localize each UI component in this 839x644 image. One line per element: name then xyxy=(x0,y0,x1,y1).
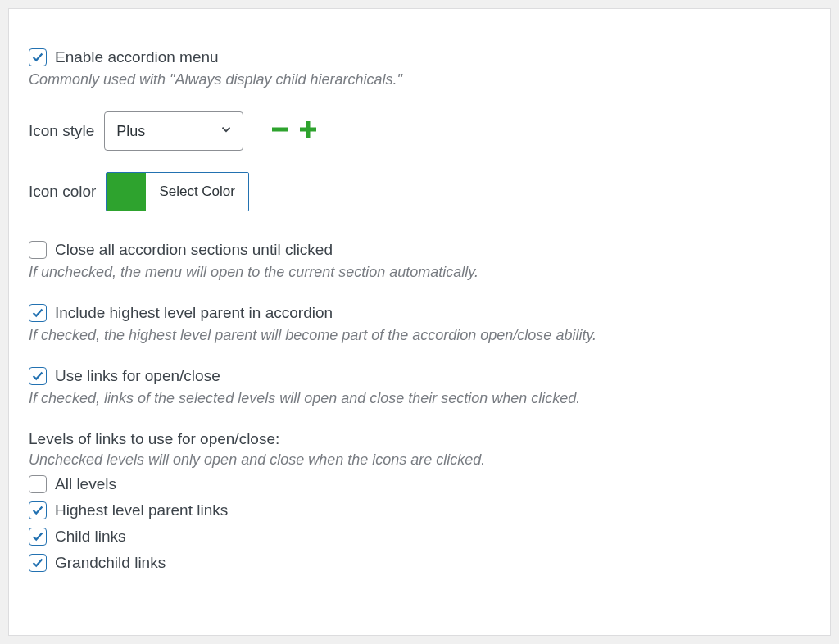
level-highest-checkbox[interactable] xyxy=(29,501,47,519)
enable-accordion-row: Enable accordion menu xyxy=(29,48,810,66)
level-all-checkbox[interactable] xyxy=(29,475,47,493)
enable-accordion-checkbox[interactable] xyxy=(29,48,47,66)
level-child-row: Child links xyxy=(29,528,810,546)
enable-accordion-label[interactable]: Enable accordion menu xyxy=(55,48,219,66)
minus-icon xyxy=(268,117,293,146)
include-parent-row: Include highest level parent in accordio… xyxy=(29,304,810,322)
level-all-label[interactable]: All levels xyxy=(55,475,116,493)
icon-color-row: Icon color Select Color xyxy=(29,172,810,211)
close-all-row: Close all accordion sections until click… xyxy=(29,241,810,259)
svg-rect-0 xyxy=(272,127,288,131)
plus-icon xyxy=(296,117,320,146)
level-grandchild-label[interactable]: Grandchild links xyxy=(55,554,166,572)
levels-heading: Levels of links to use for open/close: xyxy=(29,430,810,448)
check-icon xyxy=(30,369,45,383)
icon-color-label: Icon color xyxy=(29,183,96,201)
icon-style-preview xyxy=(268,117,320,146)
close-all-checkbox[interactable] xyxy=(29,241,47,259)
use-links-row: Use links for open/close xyxy=(29,367,810,385)
check-icon xyxy=(30,529,45,544)
icon-style-row: Icon style Plus xyxy=(29,111,810,151)
check-icon xyxy=(30,50,45,65)
levels-list: All levels Highest level parent links Ch… xyxy=(29,475,810,572)
icon-style-label: Icon style xyxy=(29,122,94,140)
levels-helper: Unchecked levels will only open and clos… xyxy=(29,451,810,469)
icon-style-value: Plus xyxy=(116,123,145,140)
icon-style-select[interactable]: Plus xyxy=(104,111,243,151)
close-all-label[interactable]: Close all accordion sections until click… xyxy=(55,241,333,259)
check-icon xyxy=(30,306,45,320)
icon-color-button-text: Select Color xyxy=(146,173,248,211)
icon-color-swatch xyxy=(107,173,146,211)
icon-color-picker[interactable]: Select Color xyxy=(106,172,249,211)
include-parent-checkbox[interactable] xyxy=(29,304,47,322)
include-parent-label[interactable]: Include highest level parent in accordio… xyxy=(55,304,333,322)
level-highest-label[interactable]: Highest level parent links xyxy=(55,501,228,519)
enable-accordion-helper: Commonly used with "Always display child… xyxy=(29,71,810,88)
check-icon xyxy=(30,503,45,518)
use-links-checkbox[interactable] xyxy=(29,367,47,385)
use-links-helper: If checked, links of the selected levels… xyxy=(29,390,810,407)
check-icon xyxy=(30,556,45,570)
accordion-settings-panel: Enable accordion menu Commonly used with… xyxy=(8,8,831,636)
close-all-helper: If unchecked, the menu will open to the … xyxy=(29,264,810,281)
level-grandchild-checkbox[interactable] xyxy=(29,554,47,572)
level-highest-row: Highest level parent links xyxy=(29,501,810,519)
include-parent-helper: If checked, the highest level parent wil… xyxy=(29,327,810,344)
use-links-label[interactable]: Use links for open/close xyxy=(55,367,220,385)
level-child-checkbox[interactable] xyxy=(29,528,47,546)
level-child-label[interactable]: Child links xyxy=(55,528,126,546)
level-all-row: All levels xyxy=(29,475,810,493)
svg-rect-2 xyxy=(306,121,311,138)
level-grandchild-row: Grandchild links xyxy=(29,554,810,572)
